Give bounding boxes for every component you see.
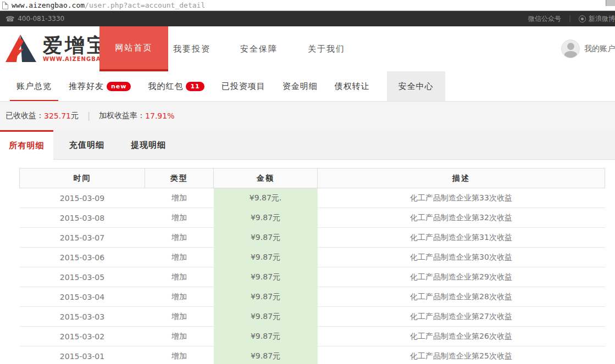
page-icon [2,2,8,9]
tab-label: 资金明细 [282,81,318,92]
detail-content: 时间 类型 金额 描述 2015-03-09 增加 ¥9.87元. 化工产品制造… [0,160,615,364]
tab-security-center[interactable]: 安全中心 [387,71,445,101]
tab-invested-projects[interactable]: 已投资项目 [221,71,265,101]
cell-description: 化工产品制造企业第28次收益 [318,287,605,307]
tab-recommend-friends[interactable]: 推荐好友 new [69,71,131,101]
cell-description: 化工产品制造企业第33次收益 [318,188,605,208]
tab-debt-transfer[interactable]: 债权转让 [335,71,370,101]
cell-amount: ¥9.87元 [214,287,318,307]
cell-time: 2015-03-06 [20,248,145,267]
service-phone: 400-081-3330 [18,15,64,23]
phone-icon: ☎ [5,15,14,23]
cell-description: 化工产品制造企业第31次收益 [318,228,605,248]
table-row: 2015-03-07 增加 ¥9.87元 化工产品制造企业第31次收益 [20,228,605,248]
nav-item-about[interactable]: 关于我们 [308,26,345,71]
table-row: 2015-03-04 增加 ¥9.87元 化工产品制造企业第28次收益 [20,287,605,307]
cell-type: 增加 [145,188,214,208]
tab-label: 债权转让 [335,81,370,92]
table-row: 2015-03-05 增加 ¥9.87元 化工产品制造企业第29次收益 [20,267,605,287]
tab-fund-detail[interactable]: 资金明细 [282,71,318,101]
cell-type: 增加 [145,346,214,364]
url-domain: www.aizengbao.com [12,1,85,9]
cell-description: 化工产品制造企业第25次收益 [318,346,605,364]
earnings-summary: 已收收益： 325.71 元 | 加权收益率： 17.91% [0,102,615,130]
rate-value: 17.91% [145,111,174,120]
cell-type: 增加 [145,228,214,248]
cell-description: 化工产品制造企业第27次收益 [318,307,605,327]
cell-time: 2015-03-07 [20,228,145,248]
cell-amount: ¥9.87元 [214,208,318,228]
subtab-recharge-details[interactable]: 充值明细 [61,130,113,160]
stats-separator: | [87,111,90,121]
cell-amount: ¥9.87元 [214,267,318,287]
cell-type: 增加 [145,287,214,307]
site-header: 爱增宝 WWW.AIZENGBAO.COM 网站首页 我要投资 安全保障 关于我… [0,26,615,71]
cell-description: 化工产品制造企业第26次收益 [318,327,605,346]
tab-label: 账户总览 [16,81,52,92]
table-row: 2015-03-01 增加 ¥9.87元 化工产品制造企业第25次收益 [20,346,605,364]
tab-label: 我的红包 [148,81,183,92]
earned-label: 已收收益： [5,111,44,121]
cell-amount: ¥9.87元 [214,248,318,267]
table-row: 2015-03-09 增加 ¥9.87元. 化工产品制造企业第33次收益 [20,188,605,208]
nav-item-invest[interactable]: 我要投资 [173,26,210,71]
cell-time: 2015-03-05 [20,267,145,287]
table-row: 2015-03-08 增加 ¥9.87元 化工产品制造企业第32次收益 [20,208,605,228]
cell-time: 2015-03-03 [20,307,145,327]
topbar-separator: | [569,15,571,23]
subtab-withdraw-details[interactable]: 提现明细 [123,130,174,160]
col-header-amount: 金额 [214,169,318,188]
account-tab-bar: 账户总览 推荐好友 new 我的红包 11 已投资项目 资金明细 债权转让 安全… [0,71,615,102]
url-path: /user.php?act=account_detail [85,1,205,9]
avatar [561,40,580,58]
rate-label: 加权收益率： [99,111,145,121]
scrollbar[interactable] [606,0,615,6]
tab-label: 已投资项目 [221,81,265,92]
cell-type: 增加 [145,267,214,287]
topbar-right: 微信公众号 | 新浪微博 [528,14,615,24]
cell-amount: ¥9.87元 [214,307,318,327]
weibo-link[interactable]: 新浪微博 [589,14,615,24]
tab-account-overview[interactable]: 账户总览 [16,71,52,101]
cell-type: 增加 [145,307,214,327]
cell-description: 化工产品制造企业第29次收益 [318,267,605,287]
cell-time: 2015-03-01 [20,346,145,364]
earned-unit: 元 [71,111,79,121]
cell-type: 增加 [145,208,214,228]
cell-time: 2015-03-08 [20,208,145,228]
detail-sub-tabs: 所有明细 充值明细 提现明细 [0,130,615,160]
cell-description: 化工产品制造企业第32次收益 [318,208,605,228]
table-header-row: 时间 类型 金额 描述 [20,169,605,188]
tab-label: 安全中心 [398,81,434,92]
cell-amount: ¥9.87元 [214,228,318,248]
col-header-type: 类型 [145,169,214,188]
cell-amount: ¥9.87元. [214,188,318,208]
subtab-all-details[interactable]: 所有明细 [0,130,53,160]
browser-url-bar: www.aizengbao.com/user.php?act=account_d… [0,0,615,11]
top-bar: ☎ 400-081-3330 微信公众号 | 新浪微博 [0,11,615,26]
nav-item-home[interactable]: 网站首页 [99,26,168,71]
cell-amount: ¥9.87元 [214,346,318,364]
count-badge: 11 [186,82,204,91]
my-account[interactable]: 我的账户 [561,26,615,71]
my-account-label: 我的账户 [584,44,615,54]
cell-type: 增加 [145,248,214,267]
new-badge: new [107,82,131,91]
col-header-description: 描述 [318,169,605,188]
cell-time: 2015-03-04 [20,287,145,307]
earned-value: 325.71 [44,111,71,120]
table-row: 2015-03-06 增加 ¥9.87元 化工产品制造企业第30次收益 [20,248,605,267]
nav-item-security[interactable]: 安全保障 [240,26,278,71]
table-row: 2015-03-03 增加 ¥9.87元 化工产品制造企业第27次收益 [20,307,605,327]
cell-type: 增加 [145,327,214,346]
tab-label: 推荐好友 [69,81,104,92]
tab-my-redpacket[interactable]: 我的红包 11 [148,71,204,101]
url-text[interactable]: www.aizengbao.com/user.php?act=account_d… [12,1,205,9]
wechat-link[interactable]: 微信公众号 [528,14,561,24]
cell-amount: ¥9.87元 [214,327,318,346]
col-header-time: 时间 [20,169,145,188]
weibo-icon [579,15,586,23]
cell-time: 2015-03-09 [20,188,145,208]
table-row: 2015-03-02 增加 ¥9.87元 化工产品制造企业第26次收益 [20,327,605,346]
transactions-table: 时间 类型 金额 描述 2015-03-09 增加 ¥9.87元. 化工产品制造… [19,168,605,364]
